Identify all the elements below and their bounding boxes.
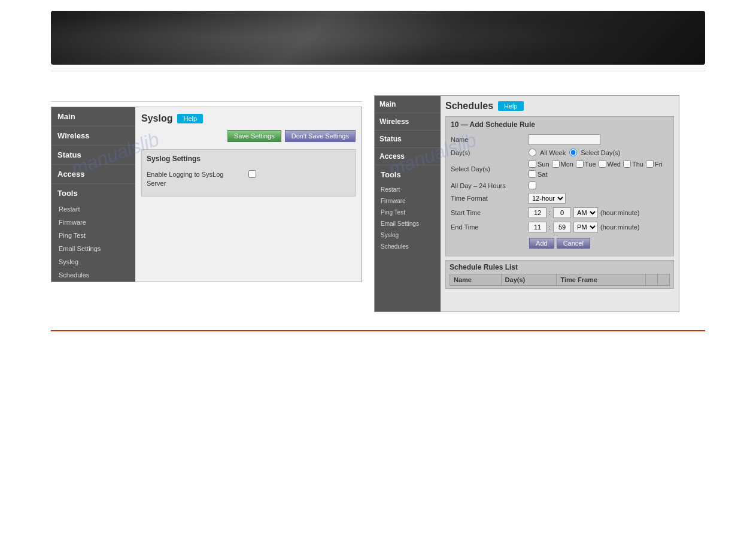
add-rule-title: 10 — Add Schedule Rule <box>451 120 669 129</box>
sched-sidebar-access[interactable]: Access <box>375 148 441 165</box>
end-hour-input[interactable] <box>529 222 546 232</box>
tue-checkbox-label: Tue <box>576 160 596 168</box>
sidebar-sub-syslog[interactable]: Syslog <box>51 255 135 268</box>
mon-checkbox-label: Mon <box>552 160 573 168</box>
sidebar-item-wireless[interactable]: Wireless <box>51 126 135 146</box>
sidebar-item-tools: Tools <box>51 184 135 202</box>
cancel-rule-button[interactable]: Cancel <box>557 238 590 249</box>
enable-logging-checkbox[interactable] <box>248 170 256 178</box>
sched-sidebar-tools: Tools <box>375 165 441 184</box>
schedules-panel: Main Wireless Status Access Tools Restar… <box>374 95 679 312</box>
rules-list-title: Schedule Rules List <box>450 263 670 271</box>
col-edit <box>646 274 658 286</box>
sidebar-sub-restart[interactable]: Restart <box>51 202 135 216</box>
time-format-select[interactable]: 12-hour 24-hour <box>529 193 566 204</box>
sidebar-sub-ping-test[interactable]: Ping Test <box>51 229 135 242</box>
all-week-label: All Week <box>540 149 566 156</box>
sidebar-item-status[interactable]: Status <box>51 146 135 165</box>
enable-logging-label: Enable Logging to SysLog Server <box>147 170 242 189</box>
sidebar-item-main[interactable]: Main <box>51 107 135 126</box>
rules-table: Name Day(s) Time Frame <box>450 274 670 286</box>
name-label: Name <box>451 136 529 143</box>
select-days-label: Select Day(s) <box>451 165 529 173</box>
sun-checkbox-label: Sun <box>529 160 549 168</box>
fri-checkbox-label: Fri <box>646 160 663 168</box>
bottom-separator <box>51 330 705 331</box>
days-label: Day(s) <box>451 149 529 156</box>
sidebar-sub-schedules[interactable]: Schedules <box>51 268 135 282</box>
col-timeframe: Time Frame <box>557 274 646 286</box>
sched-sidebar-main[interactable]: Main <box>375 96 441 113</box>
syslog-settings-title: Syslog Settings <box>147 155 350 163</box>
end-ampm-select[interactable]: AM PM <box>573 222 598 232</box>
sun-label: Sun <box>538 161 549 168</box>
sched-sub-email-settings[interactable]: Email Settings <box>375 218 441 229</box>
start-hour-input[interactable] <box>529 207 546 218</box>
thu-checkbox[interactable] <box>623 160 631 168</box>
left-panel-top-hr <box>51 101 362 102</box>
tue-label: Tue <box>585 161 596 168</box>
end-time-hint: (hour:minute) <box>600 223 639 231</box>
select-day-label: Select Day(s) <box>581 149 620 156</box>
schedules-main-panel: Schedules Help 10 — Add Schedule Rule Na… <box>441 96 679 312</box>
thu-checkbox-label: Thu <box>623 160 643 168</box>
col-delete <box>658 274 670 286</box>
syslog-settings-box: Syslog Settings Enable Logging to SysLog… <box>141 149 356 197</box>
syslog-ui: Main Wireless Status Access Tools Restar… <box>51 107 362 282</box>
sidebar-sub-email-settings[interactable]: Email Settings <box>51 242 135 255</box>
rules-list-box: Schedule Rules List Name Day(s) Time Fra… <box>445 260 674 289</box>
start-ampm-select[interactable]: AM PM <box>573 207 598 218</box>
schedules-sidebar: Main Wireless Status Access Tools Restar… <box>375 96 441 312</box>
sched-sub-restart[interactable]: Restart <box>375 184 441 195</box>
sched-sidebar-wireless[interactable]: Wireless <box>375 113 441 131</box>
sched-sub-syslog[interactable]: Syslog <box>375 229 441 241</box>
wed-checkbox[interactable] <box>599 160 606 168</box>
start-time-label: Start Time <box>451 209 529 216</box>
sched-sidebar-status[interactable]: Status <box>375 131 441 148</box>
sat-label: Sat <box>538 171 548 178</box>
syslog-sidebar: Main Wireless Status Access Tools Restar… <box>51 107 135 282</box>
sun-checkbox[interactable] <box>529 160 536 168</box>
mon-checkbox[interactable] <box>552 160 560 168</box>
tue-checkbox[interactable] <box>576 160 584 168</box>
fri-checkbox[interactable] <box>646 160 654 168</box>
time-format-label: Time Format <box>451 195 529 202</box>
sched-sub-ping-test[interactable]: Ping Test <box>375 207 441 218</box>
thu-label: Thu <box>632 161 643 168</box>
syslog-page-title: Syslog <box>141 113 172 124</box>
header-banner <box>51 11 705 65</box>
sched-sub-firmware[interactable]: Firmware <box>375 195 441 207</box>
add-rule-box: 10 — Add Schedule Rule Name Day(s) <box>445 116 674 256</box>
name-input[interactable] <box>529 134 600 145</box>
start-min-input[interactable] <box>553 207 571 218</box>
syslog-main-panel: Syslog Help Save Settings Don't Save Set… <box>135 107 362 281</box>
wed-label: Wed <box>608 161 621 168</box>
end-time-label: End Time <box>451 223 529 231</box>
all-day-label: All Day – 24 Hours <box>451 182 529 189</box>
mon-label: Mon <box>561 161 573 168</box>
add-rule-button[interactable]: Add <box>529 238 554 249</box>
schedules-ui: Main Wireless Status Access Tools Restar… <box>374 95 679 312</box>
sched-sub-schedules[interactable]: Schedules <box>375 241 441 252</box>
schedules-help-button[interactable]: Help <box>498 101 524 111</box>
syslog-panel: Main Wireless Status Access Tools Restar… <box>51 95 362 312</box>
sidebar-sub-firmware[interactable]: Firmware <box>51 216 135 229</box>
all-week-radio[interactable] <box>529 149 536 156</box>
syslog-help-button[interactable]: Help <box>177 114 203 123</box>
col-days: Day(s) <box>501 274 557 286</box>
end-min-input[interactable] <box>553 222 571 232</box>
col-name: Name <box>450 274 502 286</box>
dont-save-settings-button[interactable]: Don't Save Settings <box>285 130 356 142</box>
wed-checkbox-label: Wed <box>599 160 621 168</box>
fri-label: Fri <box>655 161 663 168</box>
select-day-radio[interactable] <box>569 149 577 156</box>
sat-checkbox[interactable] <box>529 170 536 178</box>
all-day-checkbox[interactable] <box>529 182 536 189</box>
start-time-colon: : <box>549 209 551 216</box>
sat-checkbox-label: Sat <box>529 170 548 178</box>
save-settings-button[interactable]: Save Settings <box>227 130 281 142</box>
start-time-hint: (hour:minute) <box>600 209 639 216</box>
schedules-page-title: Schedules <box>445 101 493 111</box>
end-time-colon: : <box>549 223 551 231</box>
sidebar-item-access[interactable]: Access <box>51 165 135 184</box>
